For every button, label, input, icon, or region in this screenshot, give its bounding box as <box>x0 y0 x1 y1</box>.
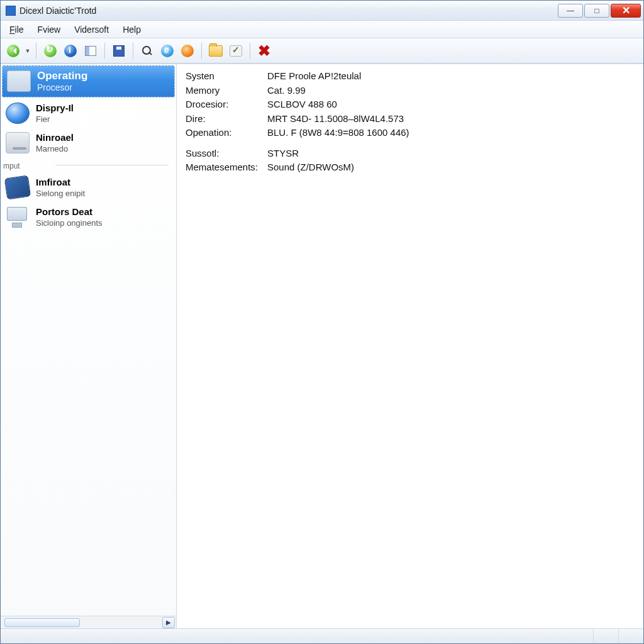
detail-key: Memory <box>186 84 267 98</box>
detail-value: DFE Proole AP!2teulal <box>267 69 361 84</box>
sidebar-item-label: Ninroael <box>36 132 74 144</box>
info-button[interactable] <box>62 42 79 60</box>
sidebar-item-sub: Sielong enipit <box>36 189 85 199</box>
check-icon <box>230 45 242 57</box>
detail-row: SystenDFE Proole AP!2teulal <box>186 69 635 84</box>
sidebar-item-sub: Fier <box>36 114 74 125</box>
browser-ff-button[interactable] <box>179 42 196 60</box>
minimize-button[interactable]: — <box>558 4 583 18</box>
toolbar-divider <box>36 43 36 59</box>
scrollbar-thumb[interactable] <box>4 618 80 627</box>
check-button[interactable] <box>227 42 245 60</box>
sidebar-group-input: mput <box>1 162 176 172</box>
sidebar-item-display[interactable]: Dispry-Il Fier <box>1 99 176 128</box>
detail-row: Mematesements:Sound (Z/DRWOsM) <box>186 160 635 175</box>
detail-value: STYSR <box>267 147 299 161</box>
detail-row: Openation:BLU. F (8W8 44:9=808 1600 446) <box>186 126 635 140</box>
detail-value: SCLBOV 488 60 <box>267 97 337 112</box>
sidebar-group-label: mput <box>1 162 20 172</box>
detail-row: Drocesior:SCLBOV 488 60 <box>186 97 635 112</box>
sidebar-item-sub: Sicloinp onginents <box>36 218 103 228</box>
detail-value: BLU. F (8W8 44:9=808 1600 446) <box>267 126 409 140</box>
window-controls: — □ ✕ <box>558 4 641 18</box>
open-folder-button[interactable] <box>207 42 225 60</box>
menu-file[interactable]: File <box>3 22 30 37</box>
window-title: Dicexl Diaictic’Trotd <box>19 6 558 16</box>
sidebar-hscrollbar[interactable]: ▶ <box>1 616 176 628</box>
detail-key: Sussotl: <box>186 147 267 161</box>
toolbar-divider <box>133 43 133 59</box>
refresh-button[interactable] <box>42 42 59 60</box>
detail-key: Openation: <box>186 126 267 140</box>
maximize-button[interactable]: □ <box>584 4 609 18</box>
browser-ie-button[interactable] <box>158 42 176 60</box>
detail-key: Drocesior: <box>186 97 267 112</box>
save-button[interactable] <box>110 42 128 60</box>
sidebar-item-label: Imfiroat <box>36 177 85 189</box>
sidebar-group-rule <box>55 165 169 165</box>
sidebar-item-label: Dispry-Il <box>36 103 74 114</box>
sidebar-item-sub: Procesor <box>37 82 87 94</box>
panel-button[interactable] <box>82 42 99 60</box>
disk-icon <box>4 175 31 200</box>
delete-button[interactable]: ✖ <box>255 42 273 60</box>
back-button[interactable] <box>4 42 22 60</box>
sidebar-item-portors[interactable]: Portors Deat Sicloinp onginents <box>1 203 176 232</box>
back-dropdown[interactable]: ▼ <box>25 48 31 54</box>
monitor-icon <box>6 206 30 228</box>
detail-row: Sussotl:STYSR <box>186 147 635 161</box>
panel-icon <box>85 46 96 56</box>
detail-row: Dire:MRT S4D- 11.5008–8lW4L4.573 <box>186 112 635 126</box>
content-area: Operating Procesor Dispry-Il Fier Ninroa… <box>1 64 643 628</box>
detail-key: Dire: <box>186 112 267 126</box>
back-icon <box>7 45 19 57</box>
system-thumb-icon <box>7 70 31 92</box>
orb-icon <box>6 103 30 124</box>
detail-value: MRT S4D- 11.5008–8lW4L4.573 <box>267 112 404 126</box>
firefox-icon <box>181 45 194 57</box>
search-button[interactable] <box>138 42 156 60</box>
status-bar <box>1 628 643 643</box>
save-icon <box>113 45 125 57</box>
detail-row: MemoryCat. 9.99 <box>186 84 635 98</box>
menu-bar: File Fview Vidersoft Help <box>1 21 643 38</box>
ie-icon <box>161 45 174 57</box>
details-pane: SystenDFE Proole AP!2teulal MemoryCat. 9… <box>177 64 643 628</box>
menu-vidersoft[interactable]: Vidersoft <box>68 22 115 37</box>
menu-help[interactable]: Help <box>116 22 147 37</box>
info-icon <box>64 45 77 57</box>
sidebar-item-imfiroat[interactable]: Imfiroat Sielong enipit <box>1 173 176 203</box>
sidebar-list: Operating Procesor Dispry-Il Fier Ninroa… <box>1 64 176 616</box>
sidebar-item-sub: Marnedo <box>36 144 74 154</box>
toolbar-divider <box>201 43 202 59</box>
sidebar-item-label: Operating <box>37 69 87 82</box>
toolbar: ▼ ✖ <box>1 38 643 64</box>
toolbar-divider <box>104 43 105 59</box>
drive-icon <box>6 132 30 153</box>
refresh-icon <box>44 45 57 57</box>
sidebar-item-ninroael[interactable]: Ninroael Marnedo <box>1 128 176 158</box>
close-button[interactable]: ✕ <box>611 4 641 18</box>
app-window: Dicexl Diaictic’Trotd — □ ✕ File Fview V… <box>0 0 644 644</box>
sidebar-item-operating[interactable]: Operating Procesor <box>2 65 175 97</box>
detail-key: Systen <box>186 69 267 84</box>
toolbar-divider <box>250 43 250 59</box>
x-icon: ✖ <box>258 43 270 58</box>
search-icon <box>142 45 153 57</box>
app-icon <box>6 6 16 16</box>
sidebar: Operating Procesor Dispry-Il Fier Ninroa… <box>1 64 177 628</box>
status-cell <box>593 629 618 643</box>
detail-value: Sound (Z/DRWOsM) <box>267 160 354 175</box>
sidebar-item-label: Portors Deat <box>36 206 103 218</box>
folder-icon <box>209 45 223 57</box>
title-bar: Dicexl Diaictic’Trotd — □ ✕ <box>1 1 643 21</box>
menu-view[interactable]: Fview <box>31 22 67 37</box>
status-cell <box>618 629 643 643</box>
detail-key: Mematesements: <box>186 160 267 175</box>
detail-value: Cat. 9.99 <box>267 84 306 98</box>
scroll-right-button[interactable]: ▶ <box>162 617 175 628</box>
